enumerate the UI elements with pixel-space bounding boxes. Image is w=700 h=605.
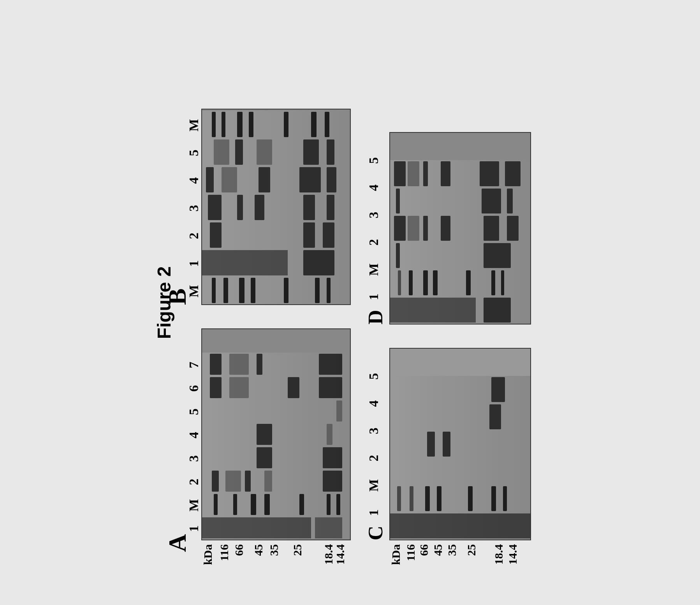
panel-D-label: D xyxy=(364,310,387,325)
marker-label: 35 xyxy=(445,544,465,575)
panel-B: B M 1 2 3 4 5 M xyxy=(186,109,351,305)
panel-A-y-labels: kDa 116 66 45 35 25 18.4 14.4 xyxy=(201,540,351,575)
panel-D: D 1 M 2 3 4 5 xyxy=(366,132,531,325)
panel-A-gel-area: kDa 116 66 45 35 25 18.4 14.4 xyxy=(201,328,351,575)
lane-header: M xyxy=(186,111,201,139)
lane-header: 1 xyxy=(186,250,201,277)
y-unit-label: kDa xyxy=(201,544,215,575)
panel-C-gel xyxy=(389,348,531,540)
lane-header: 3 xyxy=(186,447,201,470)
panel-B-label: B xyxy=(163,288,192,305)
lane-header: 1 xyxy=(366,283,389,310)
marker-label: 116 xyxy=(218,544,232,575)
panel-A-gel xyxy=(201,328,351,540)
panel-C-y-labels: kDa 116 66 45 35 25 18.4 14.4 xyxy=(389,540,531,575)
panel-D-gel xyxy=(389,132,531,325)
marker-label: 45 xyxy=(431,544,445,575)
lane-header: 2 xyxy=(186,470,201,494)
panel-D-lane-headers: D 1 M 2 3 4 5 xyxy=(366,132,389,325)
panel-B-gel xyxy=(201,109,351,305)
lane-header: 1 xyxy=(366,499,389,526)
marker-label: 14.4 xyxy=(506,544,519,575)
lane-header: M xyxy=(366,256,389,283)
lane-header: 3 xyxy=(186,194,201,222)
lane-header: M xyxy=(366,472,389,499)
lane-header: 3 xyxy=(366,201,389,229)
marker-label: 25 xyxy=(291,544,322,575)
lane-header: 5 xyxy=(366,147,389,174)
lane-header: 6 xyxy=(186,377,201,400)
panel-A: A 1 M 2 3 4 5 6 7 kDa 116 66 45 35 25 xyxy=(186,328,351,575)
panels-row-top: A 1 M 2 3 4 5 6 7 kDa 116 66 45 35 25 xyxy=(186,30,351,575)
panel-C-gel-area: kDa 116 66 45 35 25 18.4 14.4 xyxy=(389,348,531,575)
lane-header: 2 xyxy=(366,229,389,256)
lane-header: 2 xyxy=(186,222,201,250)
marker-label: 66 xyxy=(232,544,252,575)
lane-header: 4 xyxy=(186,167,201,194)
lane-header: 4 xyxy=(186,423,201,447)
panels-row-bottom: C 1 M 2 3 4 5 kDa 116 66 45 35 25 18.4 1… xyxy=(366,30,531,575)
lane-header: 7 xyxy=(186,353,201,377)
panel-C-lane-headers: C 1 M 2 3 4 5 xyxy=(366,348,389,540)
y-unit-label: kDa xyxy=(389,544,403,575)
marker-label: 18.4 xyxy=(492,544,506,575)
lane-header: 4 xyxy=(366,390,389,417)
panel-B-lane-headers: M 1 2 3 4 5 M xyxy=(186,109,201,305)
marker-label: 35 xyxy=(267,544,291,575)
lane-header: 2 xyxy=(366,444,389,472)
panel-C-label: C xyxy=(364,526,387,540)
marker-label: 45 xyxy=(252,544,267,575)
panel-A-lane-headers: 1 M 2 3 4 5 6 7 xyxy=(186,328,201,540)
marker-label: 14.4 xyxy=(334,544,347,575)
lane-header: 5 xyxy=(186,139,201,167)
marker-label: 25 xyxy=(465,544,492,575)
lane-header: M xyxy=(186,494,201,517)
figure-container: Figure 2 A 1 M 2 3 4 5 6 7 kDa 116 66 45 xyxy=(153,30,547,575)
marker-label: 66 xyxy=(417,544,431,575)
marker-label: 18.4 xyxy=(322,544,334,575)
lane-header: 4 xyxy=(366,174,389,201)
marker-label: 116 xyxy=(404,544,417,575)
lane-header: 3 xyxy=(366,417,389,444)
panel-C: C 1 M 2 3 4 5 kDa 116 66 45 35 25 18.4 1… xyxy=(366,348,531,575)
panel-A-label: A xyxy=(163,534,192,552)
lane-header: 5 xyxy=(186,400,201,423)
lane-header: 5 xyxy=(366,363,389,390)
